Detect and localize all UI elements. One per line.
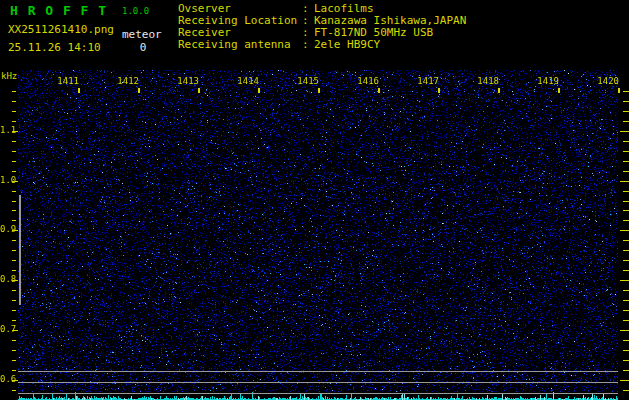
freq-minor-tick-left	[12, 370, 16, 371]
time-tick	[498, 88, 500, 93]
freq-minor-tick-right	[623, 360, 629, 361]
freq-minor-tick-left	[12, 161, 16, 162]
freq-minor-tick-left	[12, 111, 16, 112]
freq-major-tick-right	[620, 131, 629, 132]
time-tick	[198, 88, 200, 93]
freq-minor-tick-right	[623, 171, 629, 172]
freq-minor-tick-left	[12, 350, 16, 351]
freq-minor-tick-left	[12, 390, 16, 391]
freq-minor-tick-left	[12, 91, 16, 92]
freq-minor-tick-left	[12, 320, 16, 321]
freq-minor-tick-left	[12, 250, 16, 251]
time-label: 1415	[295, 77, 319, 86]
freq-major-tick-right	[620, 181, 629, 182]
ref-line-vertical	[19, 195, 21, 305]
freq-minor-tick-left	[12, 300, 16, 301]
time-tick	[78, 88, 80, 93]
time-label: 1418	[475, 77, 499, 86]
freq-minor-tick-right	[623, 350, 629, 351]
freq-minor-tick-right	[623, 300, 629, 301]
ref-line-horizontal	[18, 371, 618, 372]
freq-minor-tick-right	[623, 121, 629, 122]
ref-line-horizontal	[18, 382, 618, 383]
freq-major-tick-right	[620, 380, 629, 381]
freq-major-tick-left	[12, 330, 18, 331]
freq-major-tick-left	[12, 280, 18, 281]
freq-minor-tick-left	[12, 151, 16, 152]
freq-minor-tick-right	[623, 370, 629, 371]
freq-minor-tick-left	[12, 210, 16, 211]
freq-major-tick-left	[12, 181, 18, 182]
freq-minor-tick-right	[623, 111, 629, 112]
freq-minor-tick-left	[12, 220, 16, 221]
freq-minor-tick-left	[12, 290, 16, 291]
freq-minor-tick-left	[12, 360, 16, 361]
freq-major-tick-right	[620, 230, 629, 231]
time-tick	[138, 88, 140, 93]
freq-minor-tick-right	[623, 141, 629, 142]
freq-minor-tick-right	[623, 240, 629, 241]
axis-overlay: 1.11.00.90.80.70.61411141214131414141514…	[0, 0, 629, 400]
freq-minor-tick-left	[12, 141, 16, 142]
freq-minor-tick-right	[623, 220, 629, 221]
freq-minor-tick-right	[623, 210, 629, 211]
freq-major-tick-right	[620, 330, 629, 331]
freq-minor-tick-right	[623, 101, 629, 102]
freq-minor-tick-left	[12, 201, 16, 202]
freq-minor-tick-left	[12, 240, 16, 241]
time-tick	[378, 88, 380, 93]
time-tick	[438, 88, 440, 93]
freq-minor-tick-left	[12, 310, 16, 311]
freq-minor-tick-left	[12, 191, 16, 192]
freq-minor-tick-right	[623, 91, 629, 92]
freq-minor-tick-right	[623, 250, 629, 251]
time-label: 1419	[535, 77, 559, 86]
freq-minor-tick-right	[623, 390, 629, 391]
freq-minor-tick-right	[623, 320, 629, 321]
time-label: 1420	[595, 77, 619, 86]
time-label: 1411	[55, 77, 79, 86]
freq-minor-tick-left	[12, 171, 16, 172]
time-label: 1412	[115, 77, 139, 86]
time-tick	[318, 88, 320, 93]
ref-line-horizontal	[18, 393, 618, 394]
freq-minor-tick-right	[623, 201, 629, 202]
time-label: 1416	[355, 77, 379, 86]
freq-minor-tick-left	[12, 121, 16, 122]
freq-minor-tick-right	[623, 151, 629, 152]
time-tick	[558, 88, 560, 93]
freq-minor-tick-left	[12, 270, 16, 271]
time-label: 1417	[415, 77, 439, 86]
freq-minor-tick-right	[623, 191, 629, 192]
freq-major-tick-left	[12, 230, 18, 231]
freq-major-tick-right	[620, 280, 629, 281]
freq-minor-tick-right	[623, 290, 629, 291]
freq-minor-tick-right	[623, 260, 629, 261]
time-tick	[618, 88, 620, 93]
freq-minor-tick-left	[12, 101, 16, 102]
freq-minor-tick-right	[623, 340, 629, 341]
freq-minor-tick-right	[623, 270, 629, 271]
freq-minor-tick-left	[12, 260, 16, 261]
freq-major-tick-left	[12, 131, 18, 132]
hrofft-screen: H R O F F T 1.0.0 XX2511261410.png meteo…	[0, 0, 629, 400]
freq-major-tick-left	[12, 380, 18, 381]
time-label: 1413	[175, 77, 199, 86]
time-label: 1414	[235, 77, 259, 86]
freq-minor-tick-right	[623, 161, 629, 162]
time-tick	[258, 88, 260, 93]
freq-minor-tick-left	[12, 340, 16, 341]
freq-minor-tick-right	[623, 310, 629, 311]
